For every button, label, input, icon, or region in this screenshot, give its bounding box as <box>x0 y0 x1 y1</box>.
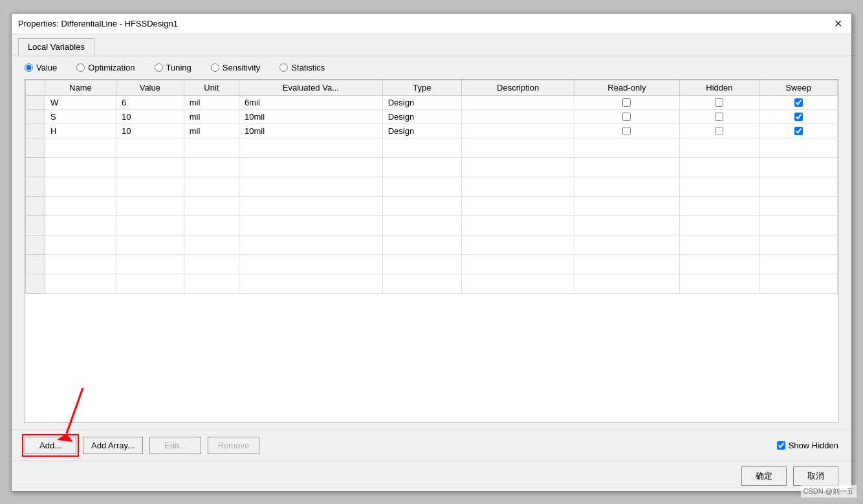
add-array-button[interactable]: Add Array... <box>83 437 143 454</box>
cell-evaluated: 6mil <box>239 95 383 109</box>
cell-type: Design <box>382 95 461 109</box>
cell-name[interactable]: H <box>45 124 116 138</box>
edit-button[interactable]: Edit... <box>149 437 201 454</box>
table-row-empty <box>26 157 838 177</box>
table-row: W 6 mil 6mil Design <box>26 95 838 109</box>
cell-description <box>461 109 574 124</box>
cell-name[interactable]: W <box>45 95 116 109</box>
add-button[interactable]: Add... <box>25 437 76 454</box>
table-row: H 10 mil 10mil Design <box>26 124 838 138</box>
cell-readonly[interactable] <box>574 124 679 138</box>
variables-table-container: Name Value Unit Evaluated Va... Type Des… <box>25 79 838 423</box>
cell-hidden[interactable] <box>679 109 759 124</box>
cell-evaluated: 10mil <box>239 124 383 138</box>
row-index <box>26 109 45 124</box>
table-row-empty <box>26 254 838 274</box>
cell-value[interactable]: 10 <box>116 124 184 138</box>
close-button[interactable]: ✕ <box>831 17 845 30</box>
title-bar: Properties: DifferentialLine - HFSSDesig… <box>12 14 851 34</box>
cell-readonly[interactable] <box>574 95 679 109</box>
radio-value[interactable]: Value <box>25 63 57 72</box>
tab-bar: Local Variables <box>12 34 851 56</box>
col-header-readonly: Read-only <box>574 80 679 95</box>
cell-sweep[interactable] <box>759 95 838 109</box>
table-row-empty <box>26 196 838 215</box>
cell-sweep[interactable] <box>759 109 838 124</box>
cell-unit[interactable]: mil <box>184 109 239 124</box>
show-hidden-area: Show Hidden <box>777 441 838 450</box>
cell-name[interactable]: S <box>45 109 116 124</box>
row-index <box>26 124 45 138</box>
row-index <box>26 95 45 109</box>
table-row-empty <box>26 274 838 293</box>
table-row: S 10 mil 10mil Design <box>26 109 838 124</box>
radio-optimization[interactable]: Optimization <box>76 63 135 72</box>
cell-description <box>461 124 574 138</box>
ok-button[interactable]: 确定 <box>741 466 787 486</box>
col-header-name: Name <box>45 80 116 95</box>
cell-type: Design <box>382 124 461 138</box>
col-header-hidden: Hidden <box>679 80 759 95</box>
col-header-value: Value <box>116 80 184 95</box>
cell-value[interactable]: 6 <box>116 95 184 109</box>
properties-dialog: Properties: DifferentialLine - HFSSDesig… <box>11 13 852 492</box>
bottom-bar: Add... Add Array... Edit... Remove Show … <box>12 430 851 461</box>
cell-unit[interactable]: mil <box>184 124 239 138</box>
col-header-unit: Unit <box>184 80 239 95</box>
variables-table: Name Value Unit Evaluated Va... Type Des… <box>25 80 838 294</box>
tab-local-variables[interactable]: Local Variables <box>18 38 94 56</box>
cancel-button[interactable]: 取消 <box>793 466 838 486</box>
col-header-rownum <box>26 80 45 95</box>
cell-hidden[interactable] <box>679 95 759 109</box>
radio-bar: Value Optimization Tuning Sensitivity St… <box>12 56 851 79</box>
show-hidden-checkbox[interactable] <box>777 441 785 450</box>
col-header-sweep: Sweep <box>759 80 838 95</box>
radio-sensitivity[interactable]: Sensitivity <box>211 63 261 72</box>
col-header-evaluated: Evaluated Va... <box>239 80 383 95</box>
cell-unit[interactable]: mil <box>184 95 239 109</box>
table-row-empty <box>26 177 838 196</box>
watermark: CSDN @刘一五 <box>801 485 857 498</box>
dialog-title: Properties: DifferentialLine - HFSSDesig… <box>18 19 178 28</box>
cell-description <box>461 95 574 109</box>
cell-type: Design <box>382 109 461 124</box>
table-row-empty <box>26 235 838 254</box>
col-header-type: Type <box>382 80 461 95</box>
table-row-empty <box>26 138 838 157</box>
footer-bar: 确定 取消 <box>12 461 851 491</box>
table-row-empty <box>26 215 838 235</box>
col-header-description: Description <box>461 80 574 95</box>
content-area: Name Value Unit Evaluated Va... Type Des… <box>12 79 851 430</box>
radio-statistics[interactable]: Statistics <box>279 63 325 72</box>
show-hidden-label[interactable]: Show Hidden <box>789 441 838 450</box>
radio-tuning[interactable]: Tuning <box>155 63 191 72</box>
cell-sweep[interactable] <box>759 124 838 138</box>
cell-value[interactable]: 10 <box>116 109 184 124</box>
cell-evaluated: 10mil <box>239 109 383 124</box>
remove-button[interactable]: Remove <box>208 437 259 454</box>
cell-hidden[interactable] <box>679 124 759 138</box>
cell-readonly[interactable] <box>574 109 679 124</box>
